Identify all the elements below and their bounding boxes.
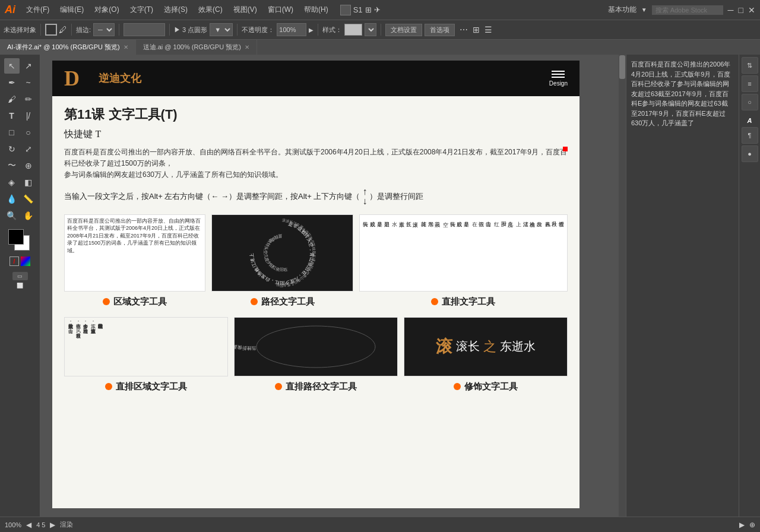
tool-text[interactable]: T [4, 108, 20, 124]
tools-grid-top: 百度百科是百度公司推出的一部内容开放、自由的网络百科全书平台，其测试版于2006… [64, 214, 568, 308]
screen-mode-full[interactable]: ⬜ [12, 281, 28, 290]
vertical-scrollbar[interactable] [619, 55, 626, 517]
arrange-icon[interactable]: ⊞ [473, 25, 480, 34]
search-input[interactable] [652, 5, 723, 15]
menu-text[interactable]: 文字(T) [125, 4, 158, 16]
menu-effect[interactable]: 效果(C) [194, 4, 227, 16]
scatter-select[interactable]: ─ [93, 23, 115, 36]
vpath-label: 直排路径文字工具 [275, 381, 357, 392]
hamburger-menu[interactable]: Design [549, 71, 568, 87]
workspace-label[interactable]: 基本功能 [608, 5, 636, 15]
menu-object[interactable]: 对象(O) [90, 4, 124, 16]
mini-btn-align[interactable]: ≡ [742, 75, 758, 92]
fill-icon: ◈ [8, 178, 15, 187]
scrollbar-thumb[interactable] [619, 55, 625, 79]
preferences-button[interactable]: 首选项 [425, 24, 455, 36]
tool-ellipse[interactable]: ○ [21, 125, 36, 140]
opacity-expand[interactable]: ▶ [309, 27, 314, 33]
screen-mode-normal[interactable]: ▭ [12, 272, 28, 280]
svg-text:是我成败转头空几度夕阳红依旧在: 是我成败转头空几度夕阳红依旧在 [263, 233, 289, 273]
tool-puppet[interactable]: ⊕ [21, 158, 36, 173]
tab-close-2[interactable]: ✕ [245, 44, 249, 50]
hamburger-line1 [552, 71, 565, 72]
mini-btn-circle[interactable]: ○ [742, 94, 758, 110]
bottom-play-btn[interactable]: ▶ [739, 521, 745, 529]
dot-varea [105, 383, 112, 390]
tool-eyedropper[interactable]: 💧 [4, 191, 20, 207]
opacity-input[interactable] [277, 23, 306, 36]
artboard-content: 第11课 文字工具(T) 快捷键 T 百度百科是百度公司推出的一部内容开放、自由… [52, 96, 580, 508]
artboard: D 逆迪文化 Design 第11课 文字工具(T) 快捷键 T [52, 61, 580, 508]
menu-window[interactable]: 窗口(W) [263, 4, 298, 16]
right-panel: 百度百科是百度公司推出的2006年4月20日上线，正式版年9月，百度百科已经收录… [626, 55, 739, 517]
tool-zoom[interactable]: 🔍 [4, 208, 20, 223]
tool-gradient[interactable]: ◧ [21, 175, 36, 190]
tool-hand[interactable]: ✋ [21, 208, 36, 223]
icon-panel-toggle[interactable] [340, 5, 351, 15]
tool-cell-area: 百度百科是百度公司推出的一部内容开放、自由的网络百科全书平台，其测试版于2006… [64, 214, 205, 308]
foreground-color[interactable] [8, 229, 24, 245]
tool-touch[interactable]: |/ [21, 108, 36, 124]
tool-pen[interactable]: ✒ [4, 75, 20, 90]
curvature-icon: ~ [26, 78, 30, 87]
tool-curvature[interactable]: ~ [21, 75, 36, 90]
more-icon[interactable]: ⋯ [460, 25, 468, 34]
menu-icon[interactable]: ☰ [484, 25, 492, 34]
mini-btn-arrows[interactable]: ⇅ [742, 57, 758, 74]
color-bar[interactable] [124, 23, 165, 36]
zoom-decrease[interactable]: ◀ [26, 521, 31, 529]
menu-view[interactable]: 视图(V) [229, 4, 262, 16]
stroke-color-swatch[interactable] [45, 24, 57, 36]
area-text-label-text: 区域文字工具 [113, 296, 167, 308]
scale-icon: ⤢ [25, 144, 32, 154]
tools-grid-bottom: 非是成败转头空，青山 依旧在，风，惯看秋月 古今多少事，渡与渔樵 江东，滚滚长江… [64, 317, 568, 392]
points-select[interactable]: ▼ [210, 23, 233, 36]
none-swatch[interactable]: / [10, 256, 19, 266]
tool-direct-select[interactable]: ↗ [21, 58, 36, 74]
window-minimize-icon[interactable]: ─ [728, 5, 734, 15]
window-restore-icon[interactable]: □ [739, 5, 743, 15]
zoom-icon: 🔍 [7, 211, 17, 220]
workspace-dropdown-icon[interactable]: ▼ [641, 7, 647, 13]
tab-ai-course[interactable]: AI-课件2.ai* @ 100% (RGB/GPU 预览) ✕ [0, 40, 136, 55]
sep5 [237, 24, 238, 36]
tab-sdi[interactable]: 送迪.ai @ 100% (RGB/GPU 预览) ✕ [136, 40, 257, 55]
menu-edit[interactable]: 编辑(E) [55, 4, 88, 16]
style-swatch[interactable] [344, 24, 362, 36]
icon-arrow[interactable]: ✈ [374, 5, 381, 14]
tool-rect[interactable]: □ [4, 125, 20, 140]
points-label: ▶ 3 点圆形 [174, 26, 207, 34]
color-boxes[interactable] [8, 229, 32, 253]
tool-fill[interactable]: ◈ [4, 175, 20, 190]
icon-grid[interactable]: ⊞ [365, 5, 372, 14]
brush-mode-icon[interactable]: 🖊 [59, 25, 67, 34]
tool-scale[interactable]: ⤢ [21, 141, 36, 157]
deco-char1: 滚 [436, 335, 452, 358]
mini-btn-para[interactable]: ¶ [742, 127, 758, 144]
hamburger-line2 [552, 74, 565, 75]
tool-pencil[interactable]: ✏ [21, 91, 36, 107]
canvas-area[interactable]: D 逆迪文化 Design 第11课 文字工具(T) 快捷键 T [40, 55, 626, 517]
mini-btn-circle2[interactable]: ● [742, 145, 758, 162]
tool-measure[interactable]: 📏 [21, 191, 36, 207]
window-close-icon[interactable]: ✕ [748, 5, 755, 15]
style-select[interactable]: ▼ [365, 23, 376, 36]
menu-help[interactable]: 帮助(H) [299, 4, 333, 16]
gradient-swatch[interactable] [21, 256, 30, 266]
tool-paintbrush[interactable]: 🖌 [4, 91, 20, 107]
pencil-icon: ✏ [25, 94, 32, 104]
tool-select[interactable]: ↖ [4, 58, 20, 74]
zoom-increase[interactable]: ▶ [50, 521, 55, 529]
tool-warp[interactable]: 〜 [4, 158, 20, 173]
menu-right: 基本功能 ▼ ─ □ ✕ [608, 5, 755, 15]
mini-ai-text: A [748, 115, 752, 125]
path-text-label: 路径文字工具 [251, 296, 315, 308]
bottom-nav-btn[interactable]: ⊕ [749, 521, 755, 529]
menu-select[interactable]: 选择(S) [159, 4, 192, 16]
doc-settings-button[interactable]: 文档设置 [385, 24, 422, 36]
style-label: 样式： [322, 26, 342, 34]
tab-close-1[interactable]: ✕ [124, 44, 128, 50]
menu-file[interactable]: 文件(F) [21, 4, 54, 16]
varea-label-text: 直排区域文字工具 [116, 381, 187, 392]
tool-rotate[interactable]: ↻ [4, 141, 20, 157]
